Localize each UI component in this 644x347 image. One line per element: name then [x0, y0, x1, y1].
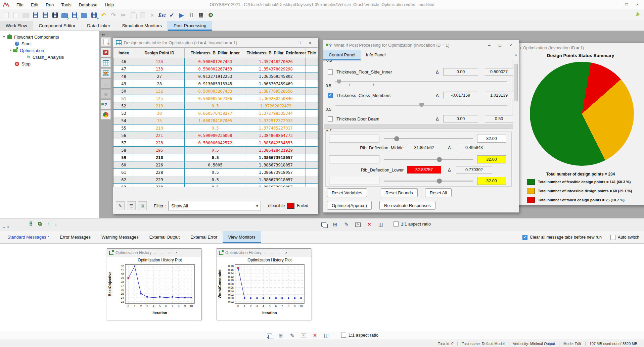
reset-variables-button[interactable]: Reset Variables [327, 188, 367, 197]
message-tab-error-messages[interactable]: Error Messages [54, 231, 96, 243]
table-row[interactable]: 53300.6605764382771.372798335344 [113, 110, 318, 117]
minimize-button[interactable]: – [484, 41, 495, 49]
table-row[interactable]: 522190.51.37202092479 [113, 102, 318, 110]
message-tab-external-output[interactable]: External Output [144, 231, 185, 243]
value-input[interactable]: 0.500027 [485, 68, 513, 76]
esc-button[interactable]: Esc [157, 10, 167, 20]
tab-scroll-right-icon[interactable]: ▸ [515, 53, 517, 57]
close-button[interactable]: × [305, 39, 315, 47]
save-new-icon[interactable]: + [89, 10, 98, 20]
table-row[interactable]: 511250.5000055623061.369280250846 [113, 95, 318, 102]
variable-checkbox[interactable] [328, 116, 333, 121]
edit-plot-icon[interactable]: ✎ [300, 332, 308, 340]
value-input[interactable]: 1.023139 [485, 92, 513, 99]
table-row[interactable]: 461340.5000012674331.352448270026 [113, 58, 318, 65]
pie-chart-tool-icon[interactable] [101, 110, 111, 119]
close-monitors-icon[interactable]: × [311, 332, 319, 340]
table-row[interactable]: 632300.51.386673918057 [113, 184, 318, 187]
response-value-box[interactable]: 32.83757 [407, 166, 441, 174]
minimize-button[interactable]: – [610, 0, 621, 8]
slider-thumb[interactable] [337, 80, 341, 84]
tab-info-panel[interactable]: Info Panel [361, 50, 391, 60]
table-row[interactable]: 49280.9130859153451.363707459469 [113, 80, 318, 88]
matrix-view-icon[interactable] [101, 68, 111, 78]
reset-bounds-button[interactable]: Reset Bounds [381, 188, 418, 197]
maximize-button[interactable]: □ [275, 249, 283, 256]
plot-window-titlebar[interactable]: Optimization History ... –□× [107, 249, 201, 257]
table-row[interactable]: 501320.5000032674331.367709528656 [113, 88, 318, 95]
table-row[interactable]: 54151.0807841870051.372912372933 [113, 117, 318, 125]
list-view-icon[interactable]: ☰ [127, 201, 136, 210]
close-monitors-icon[interactable]: × [365, 220, 373, 229]
optimize-approx-button[interactable]: Optimize(Approx.) [327, 201, 372, 210]
table-row[interactable]: 592180.51.386673918057 [113, 154, 318, 161]
table-row[interactable]: 552100.51.377405227017 [113, 125, 318, 132]
tab-simulation-monitors[interactable]: Simulation Monitors [116, 21, 168, 31]
close-button[interactable]: × [505, 41, 516, 49]
open-folder-icon[interactable] [80, 10, 89, 20]
response-delta-box[interactable]: 0.495843 [456, 144, 492, 151]
tree-node-stop[interactable]: ×Stop [0, 60, 99, 67]
close-button[interactable]: × [173, 249, 180, 256]
maximize-button[interactable]: □ [166, 249, 173, 256]
table-view-icon[interactable] [101, 58, 111, 67]
auto-switch-checkbox[interactable] [610, 235, 615, 240]
grid-view-icon[interactable]: ⊞ [138, 201, 147, 210]
column-header-index[interactable]: Index [113, 48, 134, 58]
maximize-button[interactable]: □ [495, 41, 505, 49]
message-tab-standard-messages[interactable]: Standard Messages * [2, 231, 54, 243]
value-input[interactable]: 0.50 [485, 115, 513, 122]
cascade-windows-icon[interactable] [320, 220, 328, 229]
column-header-design-point-id[interactable]: Design Point ID [134, 48, 185, 58]
save-as-icon[interactable] [41, 10, 50, 20]
message-tab-external-error[interactable]: External Error [185, 231, 223, 243]
tile-windows-icon[interactable]: ⊞ [277, 332, 285, 340]
run-icon[interactable]: ▶ [177, 10, 186, 20]
minimize-button[interactable]: – [268, 249, 275, 256]
table-row[interactable]: 48270.9122719122531.363569345802 [113, 73, 318, 80]
whatif-tool-icon[interactable]: ? [101, 100, 111, 109]
re-evaluate-responses-button[interactable]: Re-evaluate Responses [379, 201, 435, 210]
edit-plot-icon[interactable]: ✎ [354, 220, 362, 229]
maximize-button[interactable]: □ [621, 0, 632, 8]
bound-value-box[interactable]: 32.00 [477, 135, 506, 143]
filter-dropdown[interactable]: Show All [168, 201, 261, 210]
tree-node-crash-analysis[interactable]: ↻Crash_ Analysis [0, 54, 99, 60]
validate-icon[interactable]: ✓ [167, 10, 176, 20]
panel-splitter[interactable] [324, 124, 513, 129]
response-delta-box[interactable]: 0.770302 [456, 166, 492, 174]
tab-component-editor[interactable]: Component Editor [33, 21, 81, 31]
pause-icon[interactable] [187, 10, 196, 20]
tab-post-processing[interactable]: Post Processing [168, 21, 212, 31]
variable-slider[interactable] [335, 79, 507, 85]
tree-node-optimization[interactable]: ▼Optimization [0, 47, 99, 54]
menu-edit[interactable]: Edit [27, 1, 42, 9]
plot-settings-icon[interactable]: ✎ [342, 220, 351, 229]
slider-thumb[interactable] [419, 103, 424, 107]
response-slider-track[interactable] [384, 138, 473, 139]
response-slider-track[interactable] [384, 181, 473, 182]
message-tab-view-monitors[interactable]: View Monitors [223, 231, 261, 243]
whatif-window-titlebar[interactable]: ? What If Post Processing for Optimizati… [323, 40, 519, 50]
aspect-ratio-checkbox[interactable] [341, 333, 346, 338]
clear-messages-checkbox[interactable] [522, 235, 527, 240]
report-edit-icon[interactable]: ✎ [101, 37, 111, 47]
ppt-export-icon[interactable]: P [101, 48, 111, 57]
save-icon[interactable] [31, 10, 40, 20]
table-row[interactable]: 581950.51.386428421929 [113, 147, 318, 154]
panel-collapse-arrows-icon[interactable]: ▲▼ [3, 226, 11, 229]
response-value-box[interactable]: 31.851562 [407, 144, 441, 151]
splitter-arrows-icon[interactable]: ▲▼ [326, 129, 333, 132]
menu-file[interactable]: File [13, 1, 27, 9]
slider-track[interactable] [335, 81, 507, 82]
table-row[interactable]: 572230.5000000425721.385642534353 [113, 139, 318, 147]
plot-window-titlebar[interactable]: Optimization History ... –□× [217, 249, 311, 257]
redo-icon[interactable]: ↷ [109, 10, 118, 20]
delete-icon[interactable]: × [148, 10, 157, 20]
whatif-scrollbar[interactable] [513, 60, 518, 212]
table-row[interactable]: 612280.51.386673918057 [113, 169, 318, 176]
tile-windows-icon[interactable]: ⊞ [331, 220, 339, 229]
table-row[interactable]: 562210.5000002360681.384868864773 [113, 132, 318, 139]
minimize-button[interactable]: – [283, 39, 294, 47]
aspect-ratio-checkbox[interactable] [394, 221, 399, 227]
